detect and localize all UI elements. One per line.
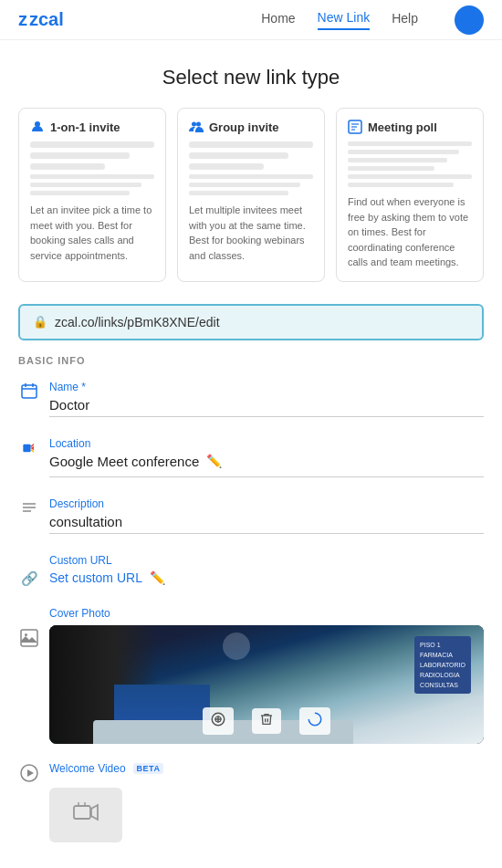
svg-point-2 <box>196 122 201 127</box>
skeleton <box>30 163 105 170</box>
cover-photo-icon-col <box>18 607 40 647</box>
lock-icon: 🔒 <box>33 315 47 329</box>
svg-rect-16 <box>21 630 37 646</box>
description-icon <box>21 499 37 516</box>
poll-icon <box>348 120 362 134</box>
beta-badge: BETA <box>133 763 164 774</box>
card-poll-title: Meeting poll <box>368 120 437 134</box>
page-title-section: Select new link type <box>0 40 502 108</box>
location-divider <box>49 476 484 477</box>
skeleton <box>30 152 130 159</box>
skeleton <box>189 183 300 187</box>
name-field-group: Name * <box>18 381 484 417</box>
custom-url-edit-icon[interactable]: ✏️ <box>150 570 165 585</box>
cover-photo-container: PISO 1FARMACIALABORATORIORADIOLOGIACONSU… <box>49 625 484 744</box>
play-icon <box>20 764 38 782</box>
location-label: Location <box>49 437 484 450</box>
url-text: zcal.co/links/pBmK8XNE/edit <box>55 315 220 329</box>
logo-text: zcal <box>29 9 64 30</box>
cover-photo-section: Cover Photo PISO 1FARMACIALABORATORIORAD… <box>18 607 484 744</box>
card-group-desc: Let multiple invitees meet with you at t… <box>189 203 313 263</box>
logo-z: z <box>18 9 27 30</box>
group-icon <box>189 120 204 134</box>
nav-links: Home New Link Help <box>261 5 484 35</box>
navigation: zzcal Home New Link Help <box>0 0 502 40</box>
custom-url-label: Custom URL <box>49 554 484 567</box>
location-text: Google Meet conference <box>49 454 199 469</box>
form-area: 🔒 zcal.co/links/pBmK8XNE/edit BASIC INFO… <box>0 304 502 842</box>
card-one-on-one-desc: Let an invitee pick a time to meet with … <box>30 203 154 263</box>
skeleton <box>30 183 141 187</box>
skeleton <box>189 163 264 170</box>
svg-marker-26 <box>91 805 98 820</box>
section-label: BASIC INFO <box>18 355 484 366</box>
name-label: Name * <box>49 381 484 393</box>
link-icon: 🔗 <box>21 570 38 587</box>
skeleton <box>348 150 459 154</box>
skeleton <box>189 174 313 179</box>
welcome-video-label: Welcome Video <box>49 762 126 775</box>
custom-url-field-group: Custom URL 🔗 Set custom URL ✏️ <box>18 554 484 587</box>
skeleton <box>348 158 447 162</box>
skeleton <box>189 141 313 148</box>
description-icon-col <box>18 497 40 516</box>
piso-sign: PISO 1FARMACIALABORATORIORADIOLOGIACONSU… <box>414 636 471 695</box>
skeleton <box>30 174 154 179</box>
set-custom-url-button[interactable]: Set custom URL <box>49 570 142 585</box>
cover-photo-label: Cover Photo <box>49 607 484 620</box>
logo: zzcal <box>18 9 64 30</box>
delete-photo-button[interactable] <box>252 708 281 734</box>
skeleton <box>348 174 472 179</box>
link-type-cards: 1-on-1 invite Let an invitee pick a time… <box>0 108 502 304</box>
card-one-on-one-title: 1-on-1 invite <box>50 120 120 134</box>
description-input[interactable] <box>49 512 484 534</box>
svg-marker-24 <box>27 769 34 777</box>
svg-rect-25 <box>74 806 90 819</box>
skeleton <box>348 183 454 187</box>
url-bar: 🔒 zcal.co/links/pBmK8XNE/edit <box>18 304 484 340</box>
welcome-video-section: Welcome Video BETA <box>18 762 484 842</box>
avatar[interactable] <box>455 5 484 35</box>
svg-rect-7 <box>22 385 37 398</box>
card-poll-desc: Find out when everyone is free by asking… <box>348 194 472 270</box>
nav-home[interactable]: Home <box>261 11 295 29</box>
svg-point-22 <box>309 713 321 726</box>
skeleton <box>30 141 154 148</box>
video-camera-icon <box>73 802 99 827</box>
description-label: Description <box>49 497 484 510</box>
skeleton <box>348 166 434 171</box>
card-group-title: Group invite <box>209 120 279 134</box>
card-poll[interactable]: Meeting poll Find out when everyone is f… <box>336 108 484 282</box>
calendar-icon <box>21 382 37 399</box>
location-field-group: Location Google Meet conference ✏️ <box>18 437 484 477</box>
svg-rect-12 <box>23 444 30 451</box>
loading-indicator <box>299 707 330 735</box>
image-icon <box>20 629 38 647</box>
page-title: Select new link type <box>0 66 502 89</box>
nav-new-link[interactable]: New Link <box>318 10 371 30</box>
card-one-on-one[interactable]: 1-on-1 invite Let an invitee pick a time… <box>18 108 166 282</box>
skeleton <box>30 191 130 195</box>
link-icon-col: 🔗 <box>18 569 40 587</box>
card-group[interactable]: Group invite Let multiple invitees meet … <box>177 108 325 282</box>
video-placeholder[interactable] <box>49 788 122 842</box>
svg-point-1 <box>192 122 196 127</box>
add-photo-button[interactable] <box>203 707 234 735</box>
skeleton <box>189 152 288 159</box>
name-input[interactable] <box>49 395 484 417</box>
play-icon-col <box>18 762 40 782</box>
gmeet-icon-col <box>18 437 40 457</box>
location-value: Google Meet conference ✏️ <box>49 452 484 473</box>
person-icon <box>30 120 45 134</box>
skeleton <box>189 191 288 195</box>
nav-help[interactable]: Help <box>392 11 418 29</box>
calendar-icon-col <box>18 381 40 399</box>
skeleton <box>348 141 472 146</box>
location-edit-icon[interactable]: ✏️ <box>206 454 222 468</box>
description-field-group: Description <box>18 497 484 534</box>
google-meet-icon <box>20 439 38 457</box>
svg-point-17 <box>25 633 27 636</box>
